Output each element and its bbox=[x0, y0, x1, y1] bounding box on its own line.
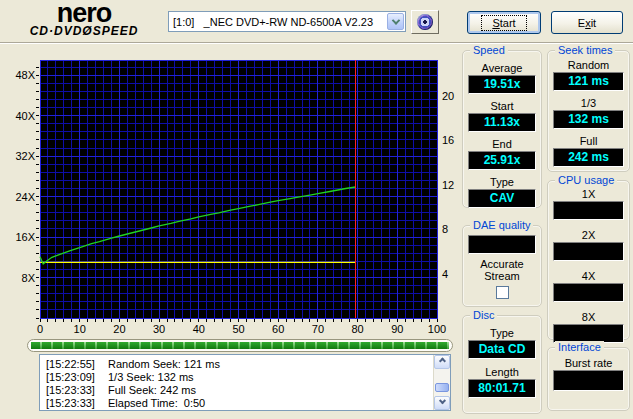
random-seek-value: 121 ms bbox=[553, 72, 624, 91]
svg-text:12: 12 bbox=[442, 179, 454, 191]
test-progress-fill bbox=[31, 342, 449, 349]
disc-type-value: Data CD bbox=[468, 340, 536, 359]
disc-length-value: 80:01.71 bbox=[468, 379, 536, 398]
speed-chart-area: 01020304050607080901008X16X24X32X40X48X4… bbox=[0, 45, 456, 341]
disc-info-button[interactable] bbox=[411, 10, 439, 34]
svg-text:100: 100 bbox=[428, 323, 446, 335]
accurate-stream-label: Accurate Stream bbox=[463, 258, 541, 282]
speed-type-label: Type bbox=[463, 176, 541, 188]
start-speed-label: Start bbox=[463, 100, 541, 112]
disc-group-title: Disc bbox=[470, 309, 497, 321]
cpu-usage-group-title: CPU usage bbox=[555, 174, 617, 186]
scrollbar-track[interactable] bbox=[434, 369, 450, 396]
cpu-4x-label: 4X bbox=[548, 270, 629, 282]
scroll-up-button[interactable] bbox=[434, 355, 450, 369]
drive-select-value: [1:0] _NEC DVD+-RW ND-6500A V2.23 bbox=[169, 16, 386, 28]
speed-type-value: CAV bbox=[468, 189, 536, 208]
svg-text:10: 10 bbox=[74, 323, 86, 335]
test-progress-bar bbox=[27, 339, 453, 352]
burst-rate-label: Burst rate bbox=[548, 357, 629, 369]
dae-quality-group: DAE quality Accurate Stream bbox=[462, 225, 542, 307]
burst-rate-value bbox=[553, 370, 624, 391]
cd-disc-icon bbox=[417, 14, 433, 30]
speed-chart: 01020304050607080901008X16X24X32X40X48X4… bbox=[0, 45, 456, 341]
log-line: [15:22:55]Random Seek: 121 ms bbox=[46, 358, 433, 371]
toolbar-separator bbox=[0, 42, 633, 44]
disc-length-label: Length bbox=[463, 366, 541, 378]
one-third-seek-label: 1/3 bbox=[548, 97, 629, 109]
svg-text:80: 80 bbox=[351, 323, 363, 335]
average-speed-value: 19.51x bbox=[468, 75, 536, 94]
interface-group: Interface Burst rate bbox=[547, 347, 630, 411]
full-seek-value: 242 ms bbox=[553, 148, 624, 167]
svg-text:16: 16 bbox=[442, 134, 454, 146]
end-speed-value: 25.91x bbox=[468, 151, 536, 170]
drive-select-dropdown[interactable]: [1:0] _NEC DVD+-RW ND-6500A V2.23 bbox=[168, 11, 406, 32]
svg-text:16X: 16X bbox=[15, 231, 35, 243]
svg-text:8X: 8X bbox=[22, 272, 36, 284]
cpu-4x-value bbox=[553, 283, 624, 302]
svg-text:48X: 48X bbox=[15, 69, 35, 81]
svg-text:70: 70 bbox=[312, 323, 324, 335]
svg-text:8: 8 bbox=[442, 223, 448, 235]
log-scrollbar[interactable] bbox=[433, 355, 450, 410]
dropdown-arrow-button[interactable] bbox=[387, 13, 404, 30]
log-line: [15:23:09]1/3 Seek: 132 ms bbox=[46, 371, 433, 384]
test-log-listbox[interactable]: [15:22:55]Random Seek: 121 ms [15:23:09]… bbox=[39, 354, 451, 411]
scrollbar-thumb[interactable] bbox=[435, 383, 449, 392]
disc-glyph-icon: Ø bbox=[82, 24, 92, 38]
start-speed-value: 11.13x bbox=[468, 113, 536, 132]
svg-text:20: 20 bbox=[442, 90, 454, 102]
seek-times-group: Seek times Random 121 ms 1/3 132 ms Full… bbox=[547, 50, 630, 172]
disc-type-label: Type bbox=[463, 327, 541, 339]
svg-text:30: 30 bbox=[153, 323, 165, 335]
disc-group: Disc Type Data CD Length 80:01.71 bbox=[462, 315, 542, 414]
cpu-1x-value bbox=[553, 201, 624, 220]
random-seek-label: Random bbox=[548, 59, 629, 71]
logo-nero-text: nero bbox=[6, 1, 162, 25]
svg-text:0: 0 bbox=[37, 323, 43, 335]
cpu-2x-label: 2X bbox=[548, 229, 629, 241]
cpu-1x-label: 1X bbox=[548, 188, 629, 200]
svg-text:60: 60 bbox=[272, 323, 284, 335]
accurate-stream-checkbox[interactable] bbox=[496, 286, 509, 299]
nero-cd-dvd-speed-window: nero CD·DVDØSPEED [1:0] _NEC DVD+-RW ND-… bbox=[0, 0, 633, 419]
log-line: [15:23:33]Elapsed Time: 0:50 bbox=[46, 397, 433, 410]
one-third-seek-value: 132 ms bbox=[553, 110, 624, 129]
speed-group-title: Speed bbox=[470, 44, 508, 56]
svg-text:90: 90 bbox=[391, 323, 403, 335]
logo-cddvdspeed-text: CD·DVDØSPEED bbox=[6, 25, 162, 38]
interface-group-title: Interface bbox=[555, 341, 604, 353]
log-line: [15:23:33]Full Seek: 242 ms bbox=[46, 384, 433, 397]
cpu-usage-group: CPU usage 1X 2X 4X 8X bbox=[547, 180, 630, 340]
scroll-down-button[interactable] bbox=[434, 396, 450, 410]
end-speed-label: End bbox=[463, 138, 541, 150]
chevron-down-icon bbox=[438, 397, 445, 404]
chevron-down-icon bbox=[391, 16, 399, 24]
dae-quality-group-title: DAE quality bbox=[470, 219, 533, 231]
svg-text:4: 4 bbox=[442, 268, 448, 280]
svg-text:24X: 24X bbox=[15, 191, 35, 203]
start-button[interactable]: Start bbox=[467, 11, 541, 34]
exit-button[interactable]: Exit bbox=[551, 11, 623, 34]
full-seek-label: Full bbox=[548, 135, 629, 147]
svg-text:20: 20 bbox=[113, 323, 125, 335]
dae-quality-value bbox=[468, 235, 536, 254]
svg-text:32X: 32X bbox=[15, 150, 35, 162]
seek-times-group-title: Seek times bbox=[555, 44, 615, 56]
nero-cd-dvd-speed-logo: nero CD·DVDØSPEED bbox=[6, 1, 162, 41]
cpu-2x-value bbox=[553, 242, 624, 261]
svg-text:50: 50 bbox=[232, 323, 244, 335]
chevron-up-icon bbox=[438, 357, 445, 364]
cpu-8x-label: 8X bbox=[548, 311, 629, 323]
speed-group: Speed Average 19.51x Start 11.13x End 25… bbox=[462, 50, 542, 208]
average-speed-label: Average bbox=[463, 62, 541, 74]
svg-text:40X: 40X bbox=[15, 110, 35, 122]
svg-text:40: 40 bbox=[193, 323, 205, 335]
